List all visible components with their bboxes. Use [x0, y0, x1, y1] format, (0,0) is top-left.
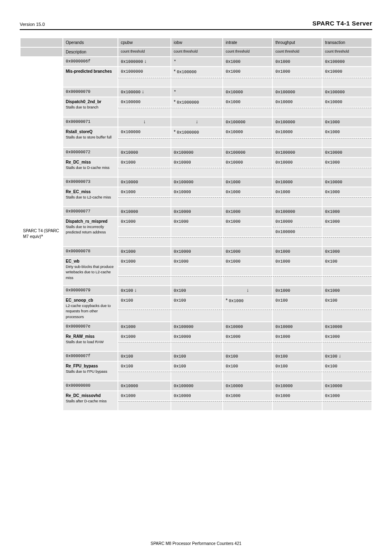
operand: 0x00000077 [63, 207, 118, 216]
description: Dispatch_rs_mispredStalls due to incorre… [63, 217, 118, 246]
performance-counter-table: Operandscpubwiobwintratethroughputtransa… [20, 37, 372, 411]
description: EC_snoop_cbL2-cache copybacks due to req… [63, 296, 118, 321]
description: Re_RAW_missStalls due to load RAW [63, 332, 118, 351]
column-header: throughput [273, 38, 322, 47]
column-header: intrate [223, 38, 272, 47]
header-title: SPARC T4-1 Server [312, 20, 372, 27]
description: Re_DC_missStalls due to D-cache miss [63, 158, 118, 177]
operand: 0x00000071 [63, 118, 118, 127]
column-header: transaction [323, 38, 371, 47]
row-group: SPARC T4 (SPARCM7 equiv)a [21, 57, 62, 410]
header-version: Version 15.0 [20, 22, 45, 27]
operand: 0x00000072 [63, 148, 118, 157]
description: Dispatch0_2nd_brStalls due to branch [63, 97, 118, 117]
operand: 0x00000070 [63, 88, 118, 97]
description: EC_wbDirty sub-blocks that produce write… [63, 257, 118, 285]
column-header: iobw [171, 38, 223, 47]
description: Re_DC_missovhdStalls after D-cache miss [63, 391, 118, 410]
description: Re_FPU_bypassStalls due to FPU bypass [63, 362, 118, 381]
description: Mis-predicted branches [63, 67, 118, 87]
column-header: cpubw [118, 38, 171, 47]
operand: 0x00000073 [63, 178, 118, 187]
operand: 0x0000006f [63, 57, 118, 66]
operand: 0x0000007e [63, 322, 118, 331]
operand: 0x0000007f [63, 352, 118, 361]
operand: 0x00000080 [63, 381, 118, 390]
page-footer: SPARC M8 Processor Performance Counters … [0, 541, 392, 546]
description: Re_EC_missStalls due to L2-cache miss [63, 187, 118, 206]
column-header [21, 38, 62, 47]
description: Rstall_storeQStalls due to store buffer … [63, 127, 118, 147]
column-header: Operands [63, 38, 118, 47]
operand: 0x00000078 [63, 247, 118, 256]
operand: 0x00000079 [63, 286, 118, 295]
